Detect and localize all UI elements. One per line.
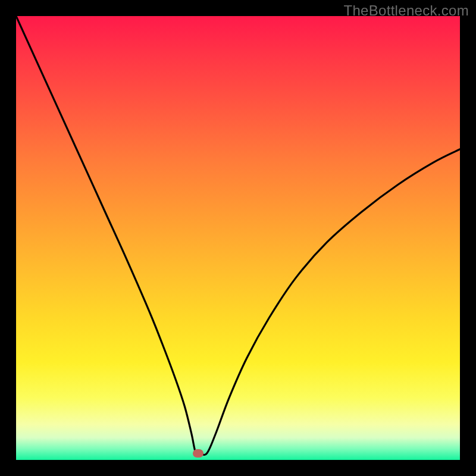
bottleneck-curve [16, 16, 460, 460]
chart-plot-area [16, 16, 460, 460]
optimal-point-marker [193, 449, 203, 458]
chart-frame: TheBottleneck.com [0, 0, 476, 476]
